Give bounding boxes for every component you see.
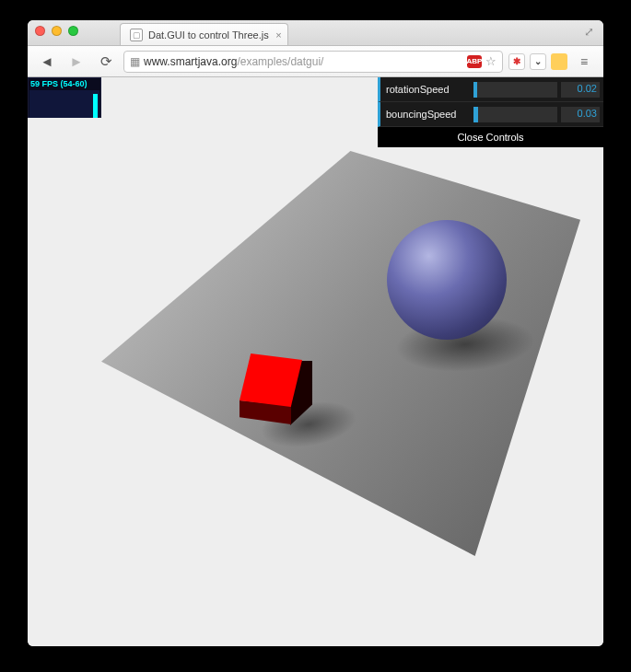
datgui-row-bouncingspeed: bouncingSpeed 0.03 xyxy=(378,102,603,127)
bookmark-star-icon[interactable]: ☆ xyxy=(485,54,497,68)
datgui-panel: rotationSpeed 0.02 bouncingSpeed 0.03 Cl… xyxy=(378,77,603,147)
fps-label: 59 FPS (54-60) xyxy=(29,78,100,89)
fullscreen-icon[interactable]: ⤢ xyxy=(581,24,596,39)
close-tab-icon[interactable]: × xyxy=(275,29,281,41)
abp-badge-icon[interactable]: ABP xyxy=(467,55,482,68)
zoom-window-button[interactable] xyxy=(68,26,78,36)
extension-icons: ✱ ⌄ ≡ xyxy=(508,51,596,73)
rotationspeed-slider[interactable] xyxy=(473,82,557,98)
reload-button[interactable]: ⟳ xyxy=(94,51,118,73)
cube-face-top xyxy=(240,353,302,407)
threejs-scene[interactable] xyxy=(28,77,603,646)
minimize-window-button[interactable] xyxy=(52,26,62,36)
forward-button[interactable]: ► xyxy=(64,51,88,73)
profile-avatar-icon[interactable] xyxy=(551,53,567,70)
browser-window: ▢ Dat.GUI to control Three.js × ⤢ ◄ ► ⟳ … xyxy=(28,20,603,646)
back-button[interactable]: ◄ xyxy=(35,51,59,73)
pocket-icon[interactable]: ⌄ xyxy=(530,53,546,70)
datgui-label: bouncingSpeed xyxy=(386,109,473,120)
browser-toolbar: ◄ ► ⟳ ▦ www.smartjava.org/examples/datgu… xyxy=(28,46,603,77)
datgui-row-rotationspeed: rotationSpeed 0.02 xyxy=(378,77,603,102)
datgui-label: rotationSpeed xyxy=(386,84,473,95)
page-viewport: 59 FPS (54-60) rotationSpeed 0.02 bounci… xyxy=(28,77,603,646)
bouncingspeed-slider[interactable] xyxy=(473,107,557,122)
slider-fill xyxy=(473,107,478,122)
browser-tabbar: ▢ Dat.GUI to control Three.js × ⤢ xyxy=(28,20,603,46)
page-info-icon[interactable]: ▦ xyxy=(130,55,140,68)
chrome-menu-icon[interactable]: ≡ xyxy=(572,51,596,73)
address-bar[interactable]: ▦ www.smartjava.org/examples/datgui/ ABP… xyxy=(123,51,503,73)
tab-title: Dat.GUI to control Three.js xyxy=(148,29,269,41)
window-controls xyxy=(35,26,78,36)
titlebar xyxy=(28,20,603,41)
browser-tab[interactable]: ▢ Dat.GUI to control Three.js × xyxy=(120,23,288,45)
fps-graph xyxy=(29,90,99,118)
fps-bar xyxy=(93,94,98,118)
extension-icon[interactable]: ✱ xyxy=(508,53,525,70)
url-text: www.smartjava.org/examples/datgui/ xyxy=(144,55,463,68)
rotationspeed-input[interactable]: 0.02 xyxy=(561,82,600,98)
page-favicon-icon: ▢ xyxy=(130,29,143,41)
red-cube xyxy=(240,353,313,427)
blue-sphere xyxy=(387,220,507,340)
close-window-button[interactable] xyxy=(35,26,45,36)
bouncingspeed-input[interactable]: 0.03 xyxy=(561,107,600,122)
slider-fill xyxy=(473,82,477,98)
datgui-close-button[interactable]: Close Controls xyxy=(378,127,603,147)
fps-stats-panel[interactable]: 59 FPS (54-60) xyxy=(28,77,101,118)
